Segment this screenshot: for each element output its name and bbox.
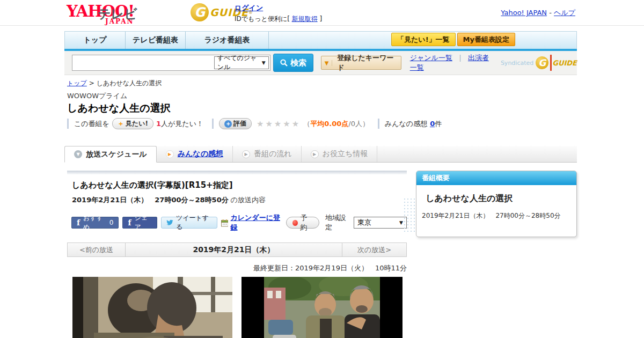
rating-segment: ＋ 評価 ★★★★★ （平均0.00点/0人） [212,119,369,129]
genre-list-link[interactable]: ジャンル一覧 [410,54,452,62]
login-link[interactable]: ログイン [235,4,263,12]
signup-link[interactable]: 新規取得 [292,15,318,23]
program-stats-row: この番組を ＋ 見たい! 1人が見たい！ ＋ 評価 ★★★★★ （平均0.00点… [67,119,450,129]
mitai-button-label: 見たい! [126,119,148,128]
tab-schedule-label: 放送スケジュール [86,150,147,159]
reviews-count-link[interactable]: 0 [430,120,435,128]
calendar-register: カレンダーに登録 [221,213,282,232]
record-icon [292,220,298,226]
breadcrumb-separator: > [89,79,94,87]
gguide-g-icon: G [536,56,548,69]
channel-name: WOWOWプライム [67,91,127,101]
fb-like-count: 0 [109,219,114,226]
tab-flow-label: 番組の流れ [254,149,292,159]
registered-keywords-label: 登録したキーワード [337,53,400,72]
average-rest: /0人） [348,120,369,128]
facebook-icon: f [77,218,80,227]
broadcast-datetime: 2019年2月21日（木） 27時00分～28時50分 の放送内容 [72,195,407,205]
tweet-button[interactable]: ツイートする [161,217,217,229]
watch-count-text: 1人が見たい！ [156,119,203,129]
tab-reviews[interactable]: ▶ みんなの感想 [157,146,233,162]
program-still-2 [241,277,402,338]
overview-title: しあわせな人生の選択 [426,193,576,204]
average-open-paren: （ [303,120,310,128]
social-row: f おすすめ 0 f シェア ツイートする [71,213,407,232]
tab-program-flow[interactable]: ▶ 番組の流れ [233,146,302,162]
broadcast-datetime-value: 2019年2月21日（木） 27時00分～28時50分 [72,196,229,204]
watch-count-suffix: 人が見たい！ [161,120,203,128]
play-icon: ▶ [311,150,319,158]
region-select[interactable]: 東京 ▼ [354,217,407,229]
next-broadcast-button[interactable]: 次の放送> [342,243,406,256]
search-icon [280,59,288,67]
mitai-button[interactable]: ＋ 見たい! [112,118,153,129]
chevron-down-icon: ▼ [74,150,82,158]
twitter-icon [166,219,173,226]
calendar-icon [221,219,229,227]
date-navigation: <前の放送 2019年2月21日（木） 次の放送> [67,243,407,257]
gguide-logo-text: GUIDE [552,59,577,67]
program-still-1 [72,277,232,338]
current-broadcast-date: 2019年2月21日（木） [126,243,342,256]
breadcrumb-current: しあわせな人生の選択 [97,79,162,87]
login-sub-pre: IDでもっと便利に[ [235,15,290,23]
gguide-red-accent [550,55,552,71]
search-button[interactable]: 検索 [273,54,314,72]
header: YAHOO! JAPAN テレビ G GUIDE ® ログイン IDでもっと便利… [0,0,644,26]
search-input[interactable] [72,56,214,70]
fb-share-label: シェア [134,214,152,232]
calendar-register-link[interactable]: カレンダーに登録 [230,213,282,232]
program-still-2-image [241,277,402,338]
fb-like-button[interactable]: f おすすめ 0 [71,217,119,229]
nav-tab-top[interactable]: トップ [65,32,126,49]
breadcrumb: トップ > しあわせな人生の選択 [67,79,162,88]
reserve-button[interactable]: 予約 [286,217,319,229]
search-links: ジャンル一覧 ｜ 出演者一覧 [410,53,495,72]
page-title: しあわせな人生の選択 [67,101,171,115]
registered-keywords-button[interactable]: ▼ 登録したキーワード [321,56,401,70]
region-setting: 地域設定 東京 ▼ [325,213,407,232]
tweet-label: ツイートする [176,214,212,232]
reserve-label: 予約 [301,213,313,232]
overview-header: 番組概要 [416,171,576,185]
watch-segment: この番組を ＋ 見たい! 1人が見たい！ [67,119,203,129]
fb-share-button[interactable]: f シェア [122,217,157,229]
search-button-label: 検索 [290,58,306,68]
star-rating: ★★★★★ [257,119,301,129]
broadcast-datetime-suffix: の放送内容 [229,196,266,204]
my-schedule-settings-button[interactable]: My番組表設定 [457,33,515,46]
nav-band: トップ テレビ番組表 ラジオ番組表 「見たい!」一覧 My番組表設定 [64,31,577,49]
tab-useful-info[interactable]: ▶ お役立ち情報 [302,146,378,162]
search-box: すべてのジャンル ▼ [72,55,270,71]
chevron-down-icon: ▼ [399,220,403,225]
plus-icon: ＋ [118,119,124,128]
rate-button-label: 評価 [233,119,246,128]
nav-tab-radio-listings[interactable]: ラジオ番組表 [186,32,269,49]
rate-button[interactable]: ＋ 評価 [219,118,252,129]
broadcast-detail: しあわせな人生の選択(字幕版)[R15+指定] 2019年2月21日（木） 27… [67,171,407,273]
yahoo-japan-link[interactable]: Yahoo! JAPAN [501,9,547,17]
genre-select[interactable]: すべてのジャンル ▼ [214,56,269,69]
breadcrumb-home-link[interactable]: トップ [67,79,87,87]
overview-datetime: 2019年2月21日（木） 27時00分～28時50分 [422,211,576,221]
tab-broadcast-schedule[interactable]: ▼ 放送スケジュール [64,146,157,163]
watch-count: 1 [156,120,161,128]
help-link[interactable]: ヘルプ [554,9,575,17]
mitai-list-button[interactable]: 「見たい!」一覧 [391,33,456,46]
nav-band-buttons: 「見たい!」一覧 My番組表設定 [391,33,515,46]
dots-texture [403,197,416,232]
prev-broadcast-button[interactable]: <前の放送 [68,243,126,256]
syndicated-label: Syndicated [501,60,533,67]
top-links-sep: - [549,9,552,17]
gguide-small-logo: G GUIDE [536,55,577,71]
login-block: ログイン IDでもっと便利に[ 新規取得 ] [235,3,322,24]
reviews-label: みんなの感想 [385,119,427,129]
search-band: すべてのジャンル ▼ 検索 ▼ 登録したキーワード ジャンル一覧 ｜ 出演者一覧… [64,51,577,75]
region-select-value: 東京 [357,218,371,227]
top-links: Yahoo! JAPAN - ヘルプ [501,8,575,18]
genre-select-value: すべてのジャンル [217,54,262,72]
links-separator: ｜ [457,54,464,62]
service-name: テレビ [98,5,137,23]
program-overview-box: 番組概要 しあわせな人生の選択 2019年2月21日（木） 27時00分～28時… [416,171,577,237]
nav-tab-tv-listings[interactable]: テレビ番組表 [126,32,186,49]
